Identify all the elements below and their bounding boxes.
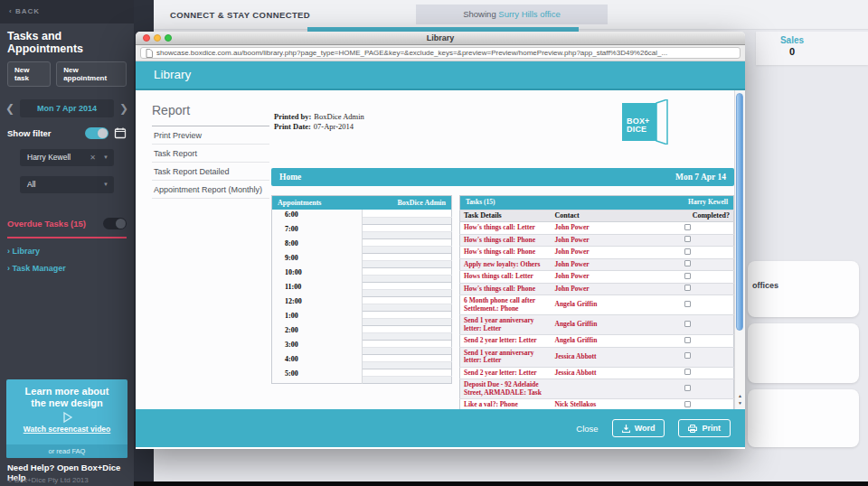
date-navigator: ❮ Mon 7 Apr 2014 ❯ <box>0 99 134 117</box>
report-menu-item[interactable]: Appointment Report (Monthly) <box>152 181 269 199</box>
task-details: Apply new loyalty: Others <box>460 258 552 271</box>
play-icon[interactable] <box>61 411 73 424</box>
back-button[interactable]: ‹ BACK <box>0 0 134 23</box>
report-menu-item[interactable]: Print Preview <box>152 126 269 145</box>
minimize-window-icon[interactable] <box>154 34 161 42</box>
promo-title: Learn more aboutthe new design <box>6 379 127 409</box>
task-contact: John Power <box>552 247 643 259</box>
toggle-knob <box>98 128 108 138</box>
task-contact: Angela Griffin <box>552 335 643 348</box>
appointment-time: 12:00 <box>272 296 363 311</box>
task-details: Send 1 year anniversary letter: Letter <box>460 347 552 367</box>
home-title: Home <box>279 173 301 182</box>
type-filter-select[interactable]: All ▼ <box>20 176 114 193</box>
word-button-label: Word <box>635 424 656 433</box>
task-contact: John Power <box>552 283 643 295</box>
appointment-slot <box>362 361 452 369</box>
task-contact: Angela Griffin <box>552 295 643 315</box>
task-row: How's things call: PhoneJohn Power <box>460 234 734 247</box>
completed-checkbox[interactable] <box>684 224 691 230</box>
appointment-time: 7:00 <box>272 224 363 238</box>
watch-screencast-link[interactable]: Watch screencast video <box>6 425 127 434</box>
close-button[interactable]: Close <box>576 424 598 434</box>
library-header: Library <box>136 61 745 90</box>
chevron-down-icon: ▼ <box>103 176 108 193</box>
report-home-bar: Home Mon 7 Apr 14 <box>271 168 734 186</box>
completed-checkbox[interactable] <box>684 285 691 291</box>
appointment-slot <box>362 340 452 347</box>
appointment-time: 1:00 <box>272 311 363 325</box>
scrollbar-thumb[interactable] <box>736 93 743 331</box>
appointment-slot <box>362 267 452 275</box>
report-menu-items: Print PreviewTask ReportTask Report Deta… <box>152 126 269 199</box>
scroll-down-icon[interactable]: ▼ <box>735 400 745 406</box>
completed-checkbox[interactable] <box>684 321 691 327</box>
sales-value: 0 <box>763 46 821 57</box>
staff-filter-select[interactable]: Harry Kewell ✕ ▼ <box>20 149 114 166</box>
offices-label: offices <box>748 261 859 290</box>
completed-checkbox[interactable] <box>684 385 691 391</box>
appointment-hour-row: 2:00 <box>272 325 452 332</box>
scroll-up-icon[interactable]: ▲ <box>735 393 745 398</box>
report-menu-item[interactable]: Task Report Detailed <box>152 163 269 181</box>
appointment-slot <box>362 217 452 224</box>
report-menu: Report Print PreviewTask ReportTask Repo… <box>152 103 269 199</box>
sidebar-item-library[interactable]: › Library <box>7 247 127 256</box>
popup-scrollbar[interactable]: ▲ ▼ <box>734 90 745 409</box>
task-row: Deposit Due - 92 Adelaide Street, ARMADA… <box>460 379 734 399</box>
next-day-chevron-icon[interactable]: ❯ <box>119 102 128 115</box>
completed-checkbox[interactable] <box>684 401 691 407</box>
appointment-slot <box>362 311 452 318</box>
print-button[interactable]: Print <box>678 419 731 437</box>
completed-checkbox[interactable] <box>684 352 691 359</box>
task-contact: Jessica Abbott <box>552 367 643 379</box>
window-title-bar[interactable]: Library <box>136 32 745 45</box>
overdue-divider <box>7 237 127 238</box>
task-details: Like a val?: Phone <box>460 399 552 410</box>
zoom-window-icon[interactable] <box>165 34 172 42</box>
new-task-button[interactable]: New task <box>7 61 51 87</box>
task-details: Hows things call: Letter <box>460 271 552 284</box>
appointment-slot <box>362 260 452 267</box>
current-date[interactable]: Mon 7 Apr 2014 <box>20 99 114 117</box>
completed-checkbox[interactable] <box>684 248 691 255</box>
new-appointment-button[interactable]: New appointment <box>56 61 127 87</box>
completed-checkbox[interactable] <box>684 273 691 279</box>
chevron-down-icon: ▼ <box>103 149 108 166</box>
sidebar-item-task-manager[interactable]: › Task Manager <box>7 264 127 273</box>
completed-checkbox[interactable] <box>684 369 691 375</box>
tasks-table: Tasks (15) Harry Kewell Task Details Con… <box>459 195 734 409</box>
completed-checkbox[interactable] <box>684 337 691 343</box>
completed-checkbox[interactable] <box>684 260 691 266</box>
task-completed-cell <box>643 247 734 259</box>
back-label: BACK <box>15 7 40 15</box>
calendar-icon[interactable] <box>114 126 127 139</box>
task-row: Send 1 year anniversary letter: LetterJe… <box>460 347 734 367</box>
clear-filter-icon[interactable]: ✕ <box>90 149 96 166</box>
appointment-time: 9:00 <box>272 253 363 267</box>
task-details: 6 Month phone call after Settlement.: Ph… <box>460 295 552 315</box>
prev-day-chevron-icon[interactable]: ❮ <box>5 102 14 115</box>
tasks-owner: Harry Kewell <box>643 196 734 210</box>
showing-office-selector[interactable]: Showing Surry Hills office <box>416 5 608 24</box>
url-field[interactable]: showcase.boxdice.com.au/boom/library.php… <box>140 47 741 59</box>
appointment-slot <box>362 282 452 289</box>
appointment-time: 5:00 <box>272 369 363 383</box>
close-window-icon[interactable] <box>143 34 150 42</box>
appointments-table: Appointments BoxDice Admin 6:007:008:009… <box>271 195 452 384</box>
read-faq-link[interactable]: or read FAQ <box>6 444 127 458</box>
appointment-hour-row: 5:00 <box>272 369 452 376</box>
task-details: How's things call: Phone <box>460 247 552 259</box>
appointment-slot <box>362 224 452 231</box>
appointment-hour-row: 9:00 <box>272 253 452 260</box>
word-button[interactable]: Word <box>612 419 665 437</box>
card <box>748 323 859 383</box>
print-button-label: Print <box>702 424 721 433</box>
appointments-title: Appointments <box>272 196 363 210</box>
report-menu-item[interactable]: Task Report <box>152 145 269 163</box>
show-filter-toggle[interactable] <box>85 127 108 139</box>
completed-checkbox[interactable] <box>684 236 691 242</box>
overdue-toggle[interactable] <box>103 218 127 229</box>
completed-checkbox[interactable] <box>684 301 691 307</box>
task-completed-cell <box>643 347 734 367</box>
